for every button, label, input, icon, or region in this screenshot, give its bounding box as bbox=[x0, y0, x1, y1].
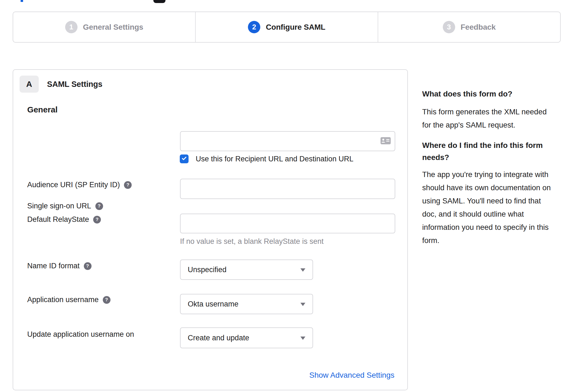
step-1-number-badge: 1 bbox=[65, 21, 78, 33]
sso-url-input[interactable] bbox=[180, 131, 395, 151]
audience-uri-label: Audience URI (SP Entity ID) bbox=[27, 181, 120, 189]
relaystate-help-icon[interactable]: ? bbox=[93, 216, 101, 223]
step-3-label: Feedback bbox=[461, 23, 496, 32]
sidebar-question-2: Where do I find the info this form needs… bbox=[422, 139, 561, 164]
audience-uri-label-row: Audience URI (SP Entity ID) ? bbox=[27, 181, 132, 189]
page: 1 General Settings 2 Configure SAML 3 Fe… bbox=[0, 0, 575, 392]
name-id-format-select[interactable]: Unspecified bbox=[180, 260, 313, 280]
help-sidebar: What does this form do? This form genera… bbox=[422, 88, 561, 247]
name-id-format-help-icon[interactable]: ? bbox=[84, 262, 92, 270]
recipient-url-checkbox[interactable] bbox=[180, 154, 189, 163]
audience-uri-input[interactable] bbox=[180, 179, 395, 199]
step-general-settings[interactable]: 1 General Settings bbox=[13, 12, 195, 42]
step-3-number-badge: 3 bbox=[443, 21, 455, 33]
application-username-value: Okta username bbox=[188, 300, 239, 308]
chevron-down-icon bbox=[300, 336, 305, 340]
chevron-down-icon bbox=[300, 268, 305, 272]
show-advanced-settings-link[interactable]: Show Advanced Settings bbox=[309, 371, 394, 380]
update-username-label-row: Update application username on bbox=[27, 330, 134, 339]
panel-header: A SAML Settings bbox=[20, 76, 103, 93]
general-section-heading: General bbox=[27, 105, 57, 114]
sidebar-paragraph-2: The app you're trying to integrate with … bbox=[422, 168, 561, 247]
name-id-format-value: Unspecified bbox=[188, 266, 226, 274]
cutoff-title-fragment-blue bbox=[21, 0, 23, 2]
step-configure-saml[interactable]: 2 Configure SAML bbox=[195, 12, 378, 42]
checkmark-icon bbox=[181, 155, 187, 162]
step-feedback[interactable]: 3 Feedback bbox=[378, 12, 560, 42]
sso-url-label-row: Single sign-on URL ? bbox=[27, 202, 103, 210]
application-username-select[interactable]: Okta username bbox=[180, 294, 313, 314]
name-id-format-label: Name ID format bbox=[27, 262, 80, 270]
wizard-stepper: 1 General Settings 2 Configure SAML 3 Fe… bbox=[13, 12, 561, 43]
section-a-badge: A bbox=[20, 76, 39, 93]
sso-url-help-icon[interactable]: ? bbox=[95, 202, 103, 210]
sso-url-label: Single sign-on URL bbox=[27, 202, 91, 210]
audience-uri-help-icon[interactable]: ? bbox=[124, 181, 132, 189]
step-1-label: General Settings bbox=[83, 23, 143, 32]
sso-url-input-wrap bbox=[180, 131, 395, 151]
chevron-down-icon bbox=[300, 303, 305, 306]
recipient-url-checkbox-label: Use this for Recipient URL and Destinati… bbox=[196, 155, 353, 163]
step-2-number-badge: 2 bbox=[248, 21, 260, 33]
saml-settings-panel: A SAML Settings General Single sign-on U… bbox=[13, 69, 408, 390]
name-id-format-label-row: Name ID format ? bbox=[27, 262, 92, 270]
update-username-label: Update application username on bbox=[27, 330, 134, 339]
application-username-help-icon[interactable]: ? bbox=[103, 296, 110, 304]
application-username-label-row: Application username ? bbox=[27, 296, 110, 304]
cutoff-title-fragment-dark bbox=[153, 0, 165, 3]
recipient-url-checkbox-row: Use this for Recipient URL and Destinati… bbox=[180, 154, 353, 163]
application-username-label: Application username bbox=[27, 296, 99, 304]
sidebar-paragraph-1: This form generates the XML needed for t… bbox=[422, 105, 561, 132]
panel-title: SAML Settings bbox=[47, 80, 103, 89]
relaystate-label: Default RelayState bbox=[27, 215, 89, 224]
update-username-select[interactable]: Create and update bbox=[180, 327, 313, 348]
relaystate-label-row: Default RelayState ? bbox=[27, 215, 101, 224]
relaystate-input[interactable] bbox=[180, 214, 395, 233]
step-2-label: Configure SAML bbox=[266, 23, 325, 32]
update-username-value: Create and update bbox=[188, 334, 249, 342]
relaystate-hint: If no value is set, a blank RelayState i… bbox=[180, 237, 324, 246]
sidebar-question-1: What does this form do? bbox=[422, 88, 561, 100]
